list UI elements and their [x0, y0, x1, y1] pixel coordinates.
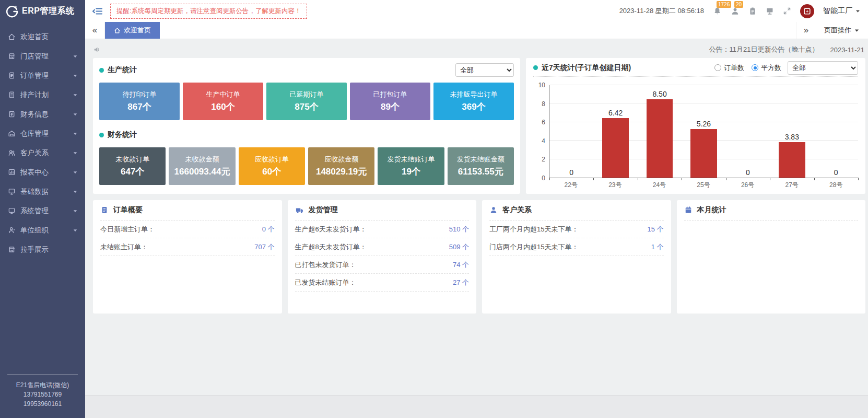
report-icon [8, 168, 16, 176]
row-value-link[interactable]: 1 个 [651, 242, 664, 252]
production-stat-card[interactable]: 生产中订单160个 [183, 83, 263, 120]
radio-unchecked[interactable]: 订单数 [714, 63, 744, 73]
finance-stat-card[interactable]: 未收款金额1660093.44元 [169, 147, 235, 185]
bar [647, 99, 673, 178]
bar-value-label: 6.42 [608, 109, 623, 117]
monitor-icon[interactable] [766, 7, 774, 15]
finance-stat-card[interactable]: 发货未结账订单19个 [378, 147, 444, 185]
stat-card-value: 19个 [402, 166, 420, 178]
production-stat-card[interactable]: 已打包订单89个 [350, 83, 430, 120]
row-value-link[interactable]: 27 个 [453, 278, 469, 287]
panel-title: 发货管理 [309, 205, 338, 215]
x-axis-tick-label: 23号 [593, 181, 638, 190]
panel-row: 今日新增主订单：0 个 [100, 220, 275, 238]
row-label: 已打包未发货订单： [295, 260, 356, 270]
topbar: 提醒:系统每周定期更新，请注意查阅更新公告，了解更新内容！ 2023-11-28… [85, 0, 868, 22]
fullscreen-icon[interactable] [783, 7, 791, 15]
finance-stat-card[interactable]: 应收款金额148029.19元 [308, 147, 374, 185]
panel-header: 本月统计 [684, 200, 859, 220]
tab-welcome-home[interactable]: 欢迎首页 [105, 22, 160, 39]
stat-card-label: 未收款订单 [115, 155, 149, 164]
collapse-menu-icon[interactable] [92, 6, 103, 16]
tabs-scroll-right-icon[interactable]: » [796, 22, 816, 39]
row-value-link[interactable]: 0 个 [262, 225, 275, 234]
finance-stat-card[interactable]: 未收款订单647个 [99, 147, 166, 185]
section-dot-icon [99, 68, 104, 73]
finance-stat-card[interactable]: 应收款订单60个 [239, 147, 305, 185]
section-dot-icon [99, 133, 104, 137]
chart-card: 近7天统计(子订单创建日期) 订单数平方数 全部 0246810 06.428.… [526, 58, 865, 194]
sidebar-item-org-units[interactable]: 单位组织 [0, 220, 85, 240]
sidebar-item-label: 财务信息 [20, 110, 73, 119]
production-stat-card[interactable]: 已延期订单875个 [266, 83, 347, 120]
bell-icon[interactable]: 1726 [713, 7, 722, 16]
y-axis-tick-label: 2 [542, 156, 545, 163]
customers-icon [8, 149, 16, 157]
production-stat-card[interactable]: 未排版导出订单369个 [433, 83, 514, 120]
sidebar-item-label: 客户关系 [20, 148, 73, 158]
row-value-link[interactable]: 15 个 [647, 225, 663, 234]
stat-card-label: 已打包订单 [373, 90, 407, 99]
row-label: 已发货未结账订单： [295, 278, 356, 287]
dashboard-content: 公告：11月21日更新公告（晚十点） 2023-11-21 生产统计 全部 待打… [85, 39, 868, 395]
summary-panels-row: 订单概要今日新增主订单：0 个未结账主订单：707 个发货管理生产超6天未发货订… [93, 200, 865, 314]
sidebar-item-store-management[interactable]: 门店管理 [0, 47, 85, 66]
panel-row: 工厂两个月内超15天未下单：15 个 [489, 220, 664, 238]
sidebar-item-label: 门店管理 [20, 52, 73, 61]
finance-stat-card[interactable]: 发货未结账金额61153.55元 [448, 147, 514, 185]
person-icon [8, 226, 16, 234]
radio-label: 平方数 [761, 63, 781, 73]
row-value-link[interactable]: 509 个 [449, 242, 469, 252]
finance-icon [8, 110, 16, 118]
sidebar-item-order-management[interactable]: 订单管理 [0, 66, 85, 85]
account-menu[interactable]: 智能工厂 [823, 6, 861, 16]
sidebar-item-label: 单位组织 [20, 226, 73, 235]
radio-checked[interactable]: 平方数 [752, 63, 781, 73]
sidebar-item-label: 订单管理 [20, 71, 73, 80]
chevron-down-icon [73, 228, 78, 233]
stat-card-value: 61153.55元 [458, 166, 503, 178]
chevron-down-icon [73, 150, 78, 156]
row-value-link[interactable]: 74 个 [453, 260, 469, 270]
chevron-down-icon [73, 170, 78, 175]
stat-card-value: 160个 [211, 101, 234, 113]
bar [690, 129, 717, 178]
sidebar-item-production-plan[interactable]: 排产计划 [0, 85, 85, 104]
bar-slot: 6.42 [593, 85, 637, 178]
sidebar-item-system-management[interactable]: 系统管理 [0, 201, 85, 220]
stat-card-label: 应收款订单 [255, 155, 289, 164]
avatar[interactable] [800, 4, 814, 18]
row-value-link[interactable]: 707 个 [254, 242, 274, 252]
sidebar-item-label: 仓库管理 [20, 129, 73, 138]
chart-filter-select[interactable]: 全部 [788, 61, 858, 75]
sidebar-item-label: 欢迎首页 [20, 32, 78, 42]
stat-card-value: 867个 [127, 101, 151, 113]
page-operations-menu[interactable]: 页面操作 [816, 22, 868, 39]
bar-value-label: 5.26 [697, 120, 711, 128]
production-stat-card[interactable]: 待打印订单867个 [99, 83, 180, 120]
stat-card-label: 应收款金额 [324, 155, 358, 164]
production-card-row: 待打印订单867个生产中订单160个已延期订单875个已打包订单89个未排版导出… [99, 83, 514, 120]
stat-card-value: 875个 [295, 101, 318, 113]
clipboard-icon[interactable] [748, 7, 757, 15]
row-value-link[interactable]: 510 个 [449, 225, 469, 234]
customer-icon [489, 206, 498, 214]
bar-slot: 0 [814, 85, 858, 178]
sidebar-item-report-center[interactable]: 报表中心 [0, 162, 85, 182]
bar-value-label: 8.50 [652, 90, 666, 98]
user-icon[interactable]: 20 [731, 7, 740, 16]
stat-card-label: 已延期订单 [290, 90, 324, 99]
chevron-down-icon [73, 208, 78, 214]
production-filter-select[interactable]: 全部 [455, 63, 514, 77]
sidebar-item-finance-info[interactable]: 财务信息 [0, 104, 85, 124]
tabs-scroll-left-icon[interactable]: « [85, 22, 105, 39]
announcement-link[interactable]: 公告：11月21日更新公告（晚十点） [709, 45, 818, 54]
sidebar-item-base-data[interactable]: 基础数据 [0, 182, 85, 201]
sidebar-item-handle-display[interactable]: 拉手展示 [0, 240, 85, 259]
sidebar-item-label: 排产计划 [20, 90, 73, 100]
sidebar-item-customer-relations[interactable]: 客户关系 [0, 143, 85, 162]
x-axis-tick-label: 26号 [725, 181, 770, 190]
chevron-down-icon [73, 54, 78, 59]
sidebar-item-warehouse-management[interactable]: 仓库管理 [0, 124, 85, 143]
sidebar-item-welcome-home[interactable]: 欢迎首页 [0, 27, 85, 47]
